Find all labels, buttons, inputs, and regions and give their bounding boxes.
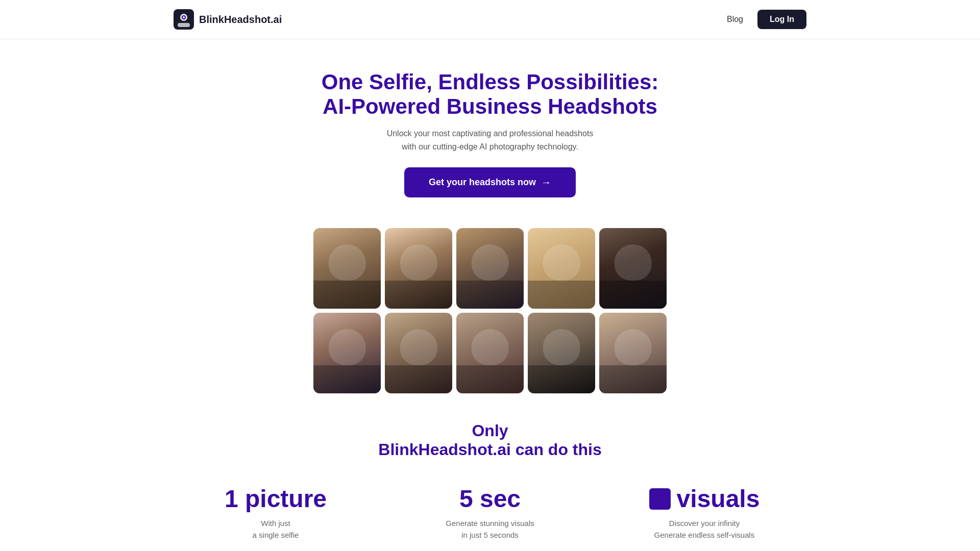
stat-seconds-value: 5 sec	[413, 485, 567, 513]
nav-right: Blog Log In	[727, 10, 806, 29]
cta-arrow-icon: →	[541, 177, 551, 188]
headshot-6	[313, 313, 381, 393]
cta-button[interactable]: Get your headshots now →	[404, 167, 576, 197]
only-section: Only BlinkHeadshot.ai can do this	[0, 421, 980, 459]
stat-picture-desc: With just a single selfie	[199, 518, 352, 541]
navbar: BlinkHeadshot.ai Blog Log In	[0, 0, 980, 39]
svg-point-4	[183, 16, 185, 18]
hero-title-line2: AI-Powered Business Headshots	[10, 94, 970, 119]
stat-seconds-desc: Generate stunning visuals in just 5 seco…	[413, 518, 567, 541]
headshot-1	[313, 228, 381, 309]
hero-title-line1: One Selfie, Endless Possibilities:	[10, 70, 970, 94]
stat-visuals: visuals Discover your infinity Generate …	[628, 485, 781, 541]
headshot-7	[385, 313, 452, 393]
stat-seconds: 5 sec Generate stunning visuals in just …	[413, 485, 567, 541]
stats-row: 1 picture With just a single selfie 5 se…	[0, 485, 980, 541]
hero-title: One Selfie, Endless Possibilities: AI-Po…	[10, 70, 970, 119]
only-line2: BlinkHeadshot.ai can do this	[10, 440, 970, 459]
cta-label: Get your headshots now	[429, 177, 536, 188]
stat-picture-value: 1 picture	[199, 485, 352, 513]
stat-visuals-value: visuals	[628, 485, 781, 513]
stat-visuals-desc: Discover your infinity Generate endless …	[628, 518, 781, 541]
stat-picture: 1 picture With just a single selfie	[199, 485, 352, 541]
login-button[interactable]: Log In	[757, 10, 806, 29]
photo-grid	[0, 228, 980, 393]
photo-row-2	[313, 313, 667, 393]
photo-row-1	[313, 228, 667, 309]
headshot-3	[456, 228, 524, 309]
headshot-5	[599, 228, 667, 309]
headshot-4	[528, 228, 595, 309]
headshot-10	[599, 313, 667, 393]
logo-icon	[174, 9, 194, 30]
svg-rect-2	[178, 23, 190, 27]
brand-name: BlinkHeadshot.ai	[199, 14, 282, 26]
hero-section: One Selfie, Endless Possibilities: AI-Po…	[0, 39, 980, 208]
infinity-icon	[649, 488, 671, 510]
headshot-8	[456, 313, 524, 393]
hero-subtitle: Unlock your most captivating and profess…	[10, 127, 970, 153]
headshot-2	[385, 228, 452, 309]
headshot-9	[528, 313, 595, 393]
only-line1: Only	[10, 421, 970, 440]
blog-link[interactable]: Blog	[727, 15, 743, 24]
logo[interactable]: BlinkHeadshot.ai	[174, 9, 282, 30]
